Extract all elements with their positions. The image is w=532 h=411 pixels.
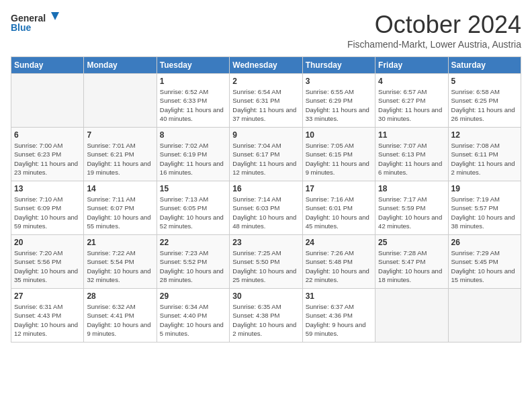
calendar-cell: 23Sunrise: 7:25 AM Sunset: 5:50 PM Dayli… — [230, 235, 302, 289]
calendar-cell: 16Sunrise: 7:14 AM Sunset: 6:03 PM Dayli… — [230, 181, 302, 235]
day-info: Sunrise: 7:14 AM Sunset: 6:03 PM Dayligh… — [232, 195, 299, 230]
calendar-cell: 14Sunrise: 7:11 AM Sunset: 6:07 PM Dayli… — [84, 181, 157, 235]
svg-marker-2 — [51, 12, 59, 20]
day-info: Sunrise: 7:07 AM Sunset: 6:13 PM Dayligh… — [378, 141, 445, 177]
day-number: 16 — [232, 184, 299, 193]
calendar-cell: 2Sunrise: 6:54 AM Sunset: 6:31 PM Daylig… — [230, 74, 302, 128]
day-number: 4 — [378, 77, 445, 86]
day-info: Sunrise: 6:55 AM Sunset: 6:29 PM Dayligh… — [306, 87, 372, 123]
day-number: 3 — [306, 77, 372, 86]
day-info: Sunrise: 7:16 AM Sunset: 6:01 PM Dayligh… — [306, 195, 372, 230]
calendar-header-row: SundayMondayTuesdayWednesdayThursdayFrid… — [11, 57, 521, 74]
calendar-cell: 3Sunrise: 6:55 AM Sunset: 6:29 PM Daylig… — [302, 74, 375, 128]
calendar-week-row: 13Sunrise: 7:10 AM Sunset: 6:09 PM Dayli… — [11, 181, 521, 235]
column-header-tuesday: Tuesday — [157, 57, 229, 74]
calendar-cell: 15Sunrise: 7:13 AM Sunset: 6:05 PM Dayli… — [157, 181, 229, 235]
day-number: 12 — [451, 130, 518, 140]
day-number: 11 — [378, 130, 445, 140]
day-info: Sunrise: 6:31 AM Sunset: 4:43 PM Dayligh… — [14, 302, 81, 338]
calendar-cell: 19Sunrise: 7:19 AM Sunset: 5:57 PM Dayli… — [448, 181, 521, 235]
day-info: Sunrise: 7:20 AM Sunset: 5:56 PM Dayligh… — [14, 248, 81, 284]
column-header-wednesday: Wednesday — [230, 57, 302, 74]
column-header-sunday: Sunday — [11, 57, 84, 74]
calendar-table: SundayMondayTuesdayWednesdayThursdayFrid… — [11, 56, 521, 342]
calendar-cell: 24Sunrise: 7:26 AM Sunset: 5:48 PM Dayli… — [302, 235, 375, 289]
calendar-cell: 26Sunrise: 7:29 AM Sunset: 5:45 PM Dayli… — [448, 235, 521, 289]
calendar-cell — [375, 289, 448, 342]
day-number: 29 — [160, 291, 226, 301]
calendar-cell: 13Sunrise: 7:10 AM Sunset: 6:09 PM Dayli… — [11, 181, 84, 235]
day-number: 26 — [451, 238, 518, 247]
calendar-cell: 5Sunrise: 6:58 AM Sunset: 6:25 PM Daylig… — [448, 74, 521, 128]
day-info: Sunrise: 7:22 AM Sunset: 5:54 PM Dayligh… — [87, 248, 153, 284]
day-info: Sunrise: 6:37 AM Sunset: 4:36 PM Dayligh… — [306, 302, 372, 338]
day-info: Sunrise: 7:26 AM Sunset: 5:48 PM Dayligh… — [306, 248, 372, 284]
day-info: Sunrise: 7:02 AM Sunset: 6:19 PM Dayligh… — [160, 141, 226, 177]
day-number: 6 — [14, 130, 81, 140]
day-number: 2 — [232, 77, 299, 86]
day-info: Sunrise: 7:19 AM Sunset: 5:57 PM Dayligh… — [451, 195, 518, 230]
day-number: 13 — [14, 184, 81, 193]
calendar-cell: 9Sunrise: 7:04 AM Sunset: 6:17 PM Daylig… — [230, 128, 302, 181]
calendar-week-row: 6Sunrise: 7:00 AM Sunset: 6:23 PM Daylig… — [11, 128, 521, 181]
day-info: Sunrise: 7:28 AM Sunset: 5:47 PM Dayligh… — [378, 248, 445, 284]
calendar-cell: 18Sunrise: 7:17 AM Sunset: 5:59 PM Dayli… — [375, 181, 448, 235]
day-number: 21 — [87, 238, 153, 247]
calendar-cell: 11Sunrise: 7:07 AM Sunset: 6:13 PM Dayli… — [375, 128, 448, 181]
day-number: 31 — [306, 291, 372, 301]
day-info: Sunrise: 6:52 AM Sunset: 6:33 PM Dayligh… — [160, 87, 226, 123]
day-info: Sunrise: 7:17 AM Sunset: 5:59 PM Dayligh… — [378, 195, 445, 230]
day-info: Sunrise: 6:54 AM Sunset: 6:31 PM Dayligh… — [232, 87, 299, 123]
column-header-saturday: Saturday — [448, 57, 521, 74]
day-number: 19 — [451, 184, 518, 193]
calendar-week-row: 1Sunrise: 6:52 AM Sunset: 6:33 PM Daylig… — [11, 74, 521, 128]
calendar-cell: 21Sunrise: 7:22 AM Sunset: 5:54 PM Dayli… — [84, 235, 157, 289]
calendar-cell: 12Sunrise: 7:08 AM Sunset: 6:11 PM Dayli… — [448, 128, 521, 181]
calendar-cell: 20Sunrise: 7:20 AM Sunset: 5:56 PM Dayli… — [11, 235, 84, 289]
calendar-cell: 30Sunrise: 6:35 AM Sunset: 4:38 PM Dayli… — [230, 289, 302, 342]
day-number: 28 — [87, 291, 153, 301]
day-info: Sunrise: 7:00 AM Sunset: 6:23 PM Dayligh… — [14, 141, 81, 177]
day-info: Sunrise: 7:05 AM Sunset: 6:15 PM Dayligh… — [306, 141, 372, 177]
calendar-cell: 6Sunrise: 7:00 AM Sunset: 6:23 PM Daylig… — [11, 128, 84, 181]
calendar-cell: 1Sunrise: 6:52 AM Sunset: 6:33 PM Daylig… — [157, 74, 229, 128]
day-info: Sunrise: 7:23 AM Sunset: 5:52 PM Dayligh… — [160, 248, 226, 284]
day-info: Sunrise: 7:10 AM Sunset: 6:09 PM Dayligh… — [14, 195, 81, 230]
day-info: Sunrise: 6:58 AM Sunset: 6:25 PM Dayligh… — [451, 87, 518, 123]
day-number: 24 — [306, 238, 372, 247]
logo-svg: GeneralBlue — [11, 11, 64, 35]
month-title: October 2024 — [347, 11, 521, 39]
day-number: 5 — [451, 77, 518, 86]
day-number: 10 — [306, 130, 372, 140]
day-info: Sunrise: 7:29 AM Sunset: 5:45 PM Dayligh… — [451, 248, 518, 284]
calendar-week-row: 27Sunrise: 6:31 AM Sunset: 4:43 PM Dayli… — [11, 289, 521, 342]
calendar-cell: 29Sunrise: 6:34 AM Sunset: 4:40 PM Dayli… — [157, 289, 229, 342]
day-info: Sunrise: 6:34 AM Sunset: 4:40 PM Dayligh… — [160, 302, 226, 338]
calendar-cell — [11, 74, 84, 128]
calendar-cell: 7Sunrise: 7:01 AM Sunset: 6:21 PM Daylig… — [84, 128, 157, 181]
calendar-cell: 27Sunrise: 6:31 AM Sunset: 4:43 PM Dayli… — [11, 289, 84, 342]
day-number: 20 — [14, 238, 81, 247]
calendar-cell: 4Sunrise: 6:57 AM Sunset: 6:27 PM Daylig… — [375, 74, 448, 128]
day-info: Sunrise: 7:11 AM Sunset: 6:07 PM Dayligh… — [87, 195, 153, 230]
column-header-monday: Monday — [84, 57, 157, 74]
day-number: 23 — [232, 238, 299, 247]
calendar-cell — [448, 289, 521, 342]
calendar-cell: 31Sunrise: 6:37 AM Sunset: 4:36 PM Dayli… — [302, 289, 375, 342]
day-info: Sunrise: 6:35 AM Sunset: 4:38 PM Dayligh… — [232, 302, 299, 338]
calendar-cell — [84, 74, 157, 128]
calendar-cell: 10Sunrise: 7:05 AM Sunset: 6:15 PM Dayli… — [302, 128, 375, 181]
day-info: Sunrise: 7:08 AM Sunset: 6:11 PM Dayligh… — [451, 141, 518, 177]
day-number: 25 — [378, 238, 445, 247]
calendar-cell: 28Sunrise: 6:32 AM Sunset: 4:41 PM Dayli… — [84, 289, 157, 342]
day-info: Sunrise: 7:25 AM Sunset: 5:50 PM Dayligh… — [232, 248, 299, 284]
day-number: 1 — [160, 77, 226, 86]
day-number: 14 — [87, 184, 153, 193]
calendar-week-row: 20Sunrise: 7:20 AM Sunset: 5:56 PM Dayli… — [11, 235, 521, 289]
day-number: 18 — [378, 184, 445, 193]
day-info: Sunrise: 7:13 AM Sunset: 6:05 PM Dayligh… — [160, 195, 226, 230]
day-number: 22 — [160, 238, 226, 247]
day-info: Sunrise: 7:01 AM Sunset: 6:21 PM Dayligh… — [87, 141, 153, 177]
day-number: 8 — [160, 130, 226, 140]
location-subtitle: Fischamend-Markt, Lower Austria, Austria — [347, 39, 521, 50]
